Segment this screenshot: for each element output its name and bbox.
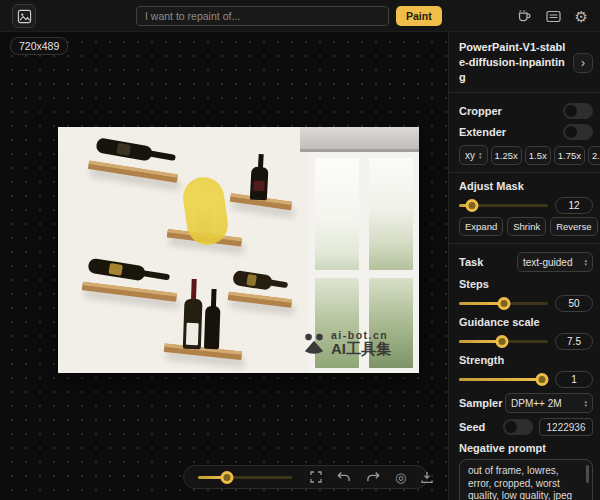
sampler-value: DPM++ 2M <box>511 398 562 409</box>
roller-blind <box>300 127 419 152</box>
redo-button[interactable] <box>366 471 380 483</box>
wine-bottle <box>183 279 203 350</box>
toggle-knob <box>505 421 517 433</box>
model-name: PowerPaint-V1-stable-diffusion-inpaintin… <box>459 40 567 85</box>
negative-prompt-textarea[interactable]: out of frame, lowres, error, cropped, wo… <box>459 459 593 500</box>
guidance-scale-slider[interactable] <box>459 335 548 348</box>
steps-value: 50 <box>555 295 593 312</box>
download-button[interactable] <box>421 471 433 484</box>
adjust-mask-label: Adjust Mask <box>459 180 593 192</box>
topbar-right-icons: ⚙ <box>517 0 588 32</box>
editor-canvas[interactable]: 720x489 <box>0 32 448 500</box>
image-size-badge: 720x489 <box>10 37 68 55</box>
guidance-scale-value: 7.5 <box>555 333 593 350</box>
task-label: Task <box>459 256 483 268</box>
guidance-scale-label: Guidance scale <box>459 316 593 328</box>
extender-label: Extender <box>459 126 506 138</box>
divider <box>449 243 600 244</box>
brush-size-slider[interactable] <box>198 471 292 484</box>
wine-bottle <box>232 270 289 293</box>
task-select[interactable]: text-guided ▴▾ <box>517 252 593 272</box>
scale-150-button[interactable]: 1.5x <box>525 146 551 165</box>
divider <box>449 92 600 93</box>
axis-select[interactable]: xy ▴▾ <box>459 145 488 165</box>
window-pane <box>315 158 359 270</box>
panel-icon[interactable] <box>546 10 561 23</box>
preview-original-button[interactable]: ◎ <box>395 471 406 484</box>
steps-label: Steps <box>459 278 593 290</box>
seed-label: Seed <box>459 421 485 433</box>
sampler-label: Sampler <box>459 397 502 409</box>
wine-bottle <box>250 154 269 201</box>
strength-slider[interactable] <box>459 373 548 386</box>
powerpaint-app: Paint ⚙ 720x489 <box>0 0 600 500</box>
steps-slider[interactable] <box>459 297 548 310</box>
adjust-mask-value: 12 <box>555 197 593 214</box>
shelf <box>164 343 243 360</box>
axis-value: xy <box>465 150 475 161</box>
strength-label: Strength <box>459 354 593 366</box>
chevron-right-icon: › <box>581 56 585 70</box>
wine-bottle <box>95 137 176 166</box>
undo-icon <box>337 471 351 483</box>
coffee-icon[interactable] <box>517 9 532 23</box>
model-select-button[interactable]: › <box>573 53 593 73</box>
updown-chevron-icon: ▴▾ <box>584 399 587 407</box>
image-icon <box>17 9 32 24</box>
cropper-label: Cropper <box>459 105 502 117</box>
wine-bottle <box>204 289 221 349</box>
toggle-knob <box>565 105 577 117</box>
strength-value: 1 <box>555 371 593 388</box>
scale-175-button[interactable]: 1.75x <box>554 146 585 165</box>
shrink-mask-button[interactable]: Shrink <box>507 217 546 236</box>
fit-screen-button[interactable] <box>310 471 322 483</box>
settings-sidebar: PowerPaint-V1-stable-diffusion-inpaintin… <box>448 32 600 500</box>
scrollbar-thumb[interactable] <box>586 465 589 483</box>
ai-bot-logo-icon <box>302 333 326 354</box>
cropper-toggle[interactable] <box>563 103 593 119</box>
paint-button[interactable]: Paint <box>396 6 442 26</box>
negative-prompt-label: Negative prompt <box>459 442 593 454</box>
extender-toggle[interactable] <box>563 124 593 140</box>
circle-icon: ◎ <box>395 471 406 484</box>
reverse-mask-button[interactable]: Reverse <box>550 217 597 236</box>
seed-value-input[interactable]: 1222936 <box>539 418 593 436</box>
task-value: text-guided <box>523 257 572 268</box>
updown-chevron-icon: ▴▾ <box>584 258 587 266</box>
toggle-knob <box>565 126 577 138</box>
watermark-line2: AI工具集 <box>331 341 391 357</box>
undo-button[interactable] <box>337 471 351 483</box>
editing-image[interactable]: ai-bot.cn AI工具集 <box>58 127 419 373</box>
shelf <box>228 291 293 308</box>
seed-random-toggle[interactable] <box>503 419 533 435</box>
window-pane <box>369 158 413 270</box>
redo-icon <box>366 471 380 483</box>
expand-mask-button[interactable]: Expand <box>459 217 503 236</box>
canvas-toolbar: ◎ <box>183 465 428 489</box>
scale-125-button[interactable]: 1.25x <box>491 146 522 165</box>
prompt-input[interactable] <box>136 6 389 26</box>
divider <box>449 172 600 173</box>
negative-prompt-text: out of frame, lowres, error, cropped, wo… <box>468 465 575 500</box>
wine-bottle <box>87 258 170 286</box>
image-tool-button[interactable] <box>12 4 36 28</box>
watermark: ai-bot.cn AI工具集 <box>302 329 391 357</box>
scale-200-button[interactable]: 2.0x <box>588 146 600 165</box>
settings-gear-icon[interactable]: ⚙ <box>575 9 588 24</box>
sampler-select[interactable]: DPM++ 2M ▴▾ <box>505 393 593 413</box>
download-icon <box>421 471 433 484</box>
top-bar: Paint ⚙ <box>0 0 600 32</box>
fullscreen-icon <box>310 471 322 483</box>
updown-chevron-icon: ▴▾ <box>479 151 482 159</box>
adjust-mask-slider[interactable] <box>459 199 548 212</box>
